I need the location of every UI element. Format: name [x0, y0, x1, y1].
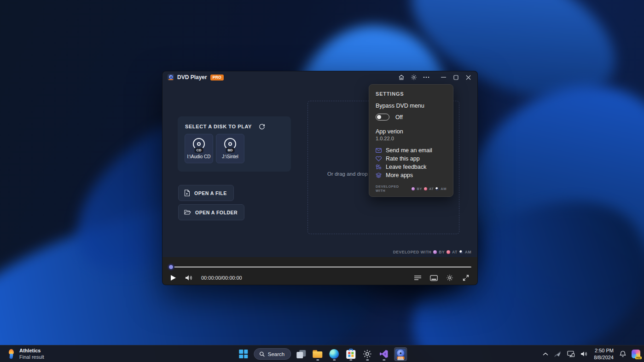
monitor-icon	[567, 351, 575, 357]
taskbar-search[interactable]: Search	[254, 348, 291, 360]
cast-display-button[interactable]	[566, 347, 576, 361]
fullscreen-button[interactable]	[460, 272, 472, 284]
more-apps-link[interactable]: More apps	[376, 172, 447, 178]
gear-icon	[446, 274, 453, 282]
home-icon	[398, 74, 405, 80]
tray-date: 8/8/2024	[594, 354, 614, 361]
developed-with-footer: DEVELOPED WITH BY AT AM	[376, 184, 447, 193]
playback-time: 00:00:00/00:00:00	[201, 275, 242, 281]
tray-chevron-button[interactable]	[542, 347, 549, 361]
file-explorer-icon	[313, 350, 323, 358]
heart-icon	[376, 156, 382, 161]
desktop: DVD Player PRO	[0, 0, 644, 362]
folder-open-icon	[184, 209, 191, 215]
tray-time: 2:50 PM	[594, 347, 614, 354]
open-folder-label: OPEN A FOLDER	[195, 210, 238, 215]
task-view-button[interactable]	[295, 347, 307, 361]
window-title: DVD Player	[177, 74, 207, 80]
pro-badge: PRO	[210, 75, 224, 80]
widgets-button[interactable]: Athletics Final result	[5, 345, 47, 362]
copilot-icon: PRE	[632, 350, 640, 358]
gear-icon	[411, 74, 417, 80]
file-explorer-button[interactable]	[311, 347, 324, 361]
titlebar[interactable]: DVD Player PRO	[162, 71, 477, 83]
visual-studio-icon	[379, 349, 389, 359]
disk-card-sintel[interactable]: BD J:\Sintel	[216, 134, 244, 163]
dvd-player-taskbar-button[interactable]: DVD	[394, 347, 407, 361]
close-icon	[466, 75, 471, 80]
disk-select-panel: SELECT A DISK TO PLAY CD I:\Audio CD	[178, 116, 291, 172]
notifications-button[interactable]	[619, 347, 627, 361]
more-button[interactable]	[420, 72, 432, 83]
app-version-label: App verion	[376, 128, 447, 135]
edge-button[interactable]	[328, 347, 341, 361]
minimize-button[interactable]	[437, 72, 450, 83]
disk-panel-title: SELECT A DISK TO PLAY	[185, 124, 252, 129]
close-button[interactable]	[462, 72, 475, 83]
disk-label: J:\Sintel	[222, 154, 238, 159]
volume-button[interactable]	[183, 272, 195, 284]
minimize-icon	[441, 77, 446, 78]
flower-emoji-icon	[447, 250, 450, 254]
ellipsis-icon	[423, 76, 429, 78]
start-button[interactable]	[237, 347, 250, 361]
widget-subline: Final result	[19, 354, 44, 361]
disk-label: I:\Audio CD	[187, 154, 210, 159]
subtitles-icon	[430, 275, 438, 281]
player-settings-button[interactable]	[444, 272, 456, 284]
heart-emoji-icon	[412, 187, 415, 190]
play-button[interactable]	[167, 272, 179, 284]
settings-app-button[interactable]	[361, 347, 374, 361]
settings-button[interactable]	[407, 72, 420, 83]
copilot-preview-badge: PRE	[635, 356, 642, 359]
dvd-player-icon: DVD	[395, 349, 406, 360]
home-button[interactable]	[395, 72, 407, 83]
refresh-disks-button[interactable]	[259, 123, 265, 130]
maximize-button[interactable]	[450, 72, 462, 83]
play-icon	[171, 275, 176, 281]
edge-icon	[330, 349, 339, 359]
send-email-link[interactable]: Send me an email	[376, 147, 447, 153]
developed-with-footer: DEVELOPED WITH BY AT AM	[393, 250, 471, 254]
search-icon	[259, 351, 265, 357]
disc-type-badge: BD	[226, 148, 235, 153]
open-folder-button[interactable]: OPEN A FOLDER	[178, 204, 244, 220]
speaker-icon	[580, 351, 588, 357]
bypass-dvd-toggle[interactable]	[376, 114, 389, 121]
flower-emoji-icon	[424, 187, 427, 190]
slashed-plane-icon	[554, 351, 562, 357]
subtitles-button[interactable]	[428, 272, 440, 284]
leave-feedback-link[interactable]: Leave feedback	[376, 164, 447, 170]
widget-headline: Athletics	[19, 348, 44, 354]
fullscreen-icon	[463, 275, 469, 281]
clock[interactable]: 2:50 PM 8/8/2024	[592, 347, 615, 361]
copilot-button[interactable]: PRE	[631, 347, 641, 361]
windows-logo-icon	[239, 350, 248, 358]
task-view-icon	[296, 350, 306, 358]
dvd-player-window: DVD Player PRO	[162, 71, 478, 285]
clock-emoji-icon	[435, 187, 439, 190]
seek-bar[interactable]	[171, 266, 471, 268]
seek-thumb[interactable]	[168, 264, 174, 270]
rate-app-link[interactable]: Rate this app	[376, 155, 447, 161]
tray-status-button[interactable]	[553, 347, 563, 361]
settings-title: SETTINGS	[376, 91, 447, 97]
heart-emoji-icon	[433, 250, 437, 254]
chevron-up-icon	[543, 352, 548, 356]
disk-card-audio-cd[interactable]: CD I:\Audio CD	[185, 134, 213, 163]
visual-studio-button[interactable]	[377, 347, 390, 361]
settings-popup: SETTINGS Bypass DVD menu Off App verion …	[369, 84, 453, 197]
layers-icon	[376, 172, 382, 178]
playlist-icon	[414, 275, 421, 281]
volume-icon	[185, 275, 193, 281]
maximize-icon	[453, 75, 458, 80]
tray-volume-button[interactable]	[580, 347, 589, 361]
app-version-value: 1.0.22.0	[376, 136, 447, 141]
bell-icon	[620, 351, 626, 357]
search-label: Search	[268, 351, 284, 357]
open-file-button[interactable]: OPEN A FILE	[178, 185, 234, 201]
microsoft-store-button[interactable]	[344, 347, 357, 361]
file-play-icon	[184, 190, 190, 196]
player-control-bar: 00:00:00/00:00:00	[162, 257, 477, 285]
playlist-button[interactable]	[412, 272, 424, 284]
